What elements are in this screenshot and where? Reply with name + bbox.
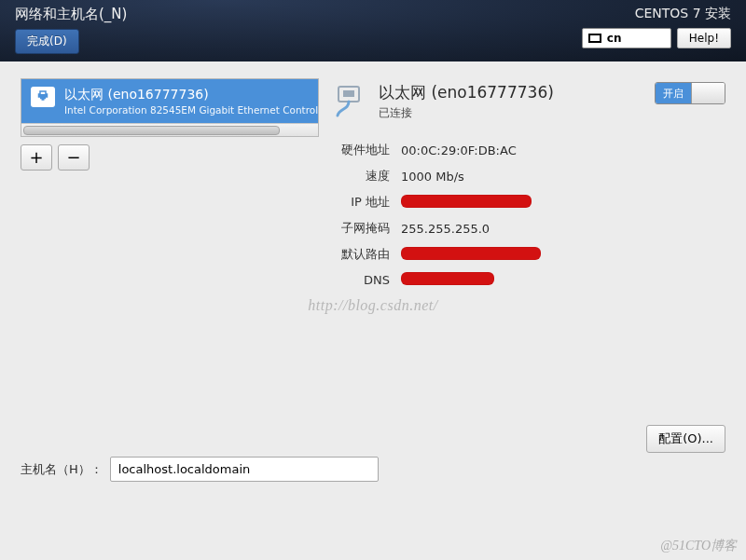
speed-label: 速度 — [330, 168, 390, 184]
gateway-value — [401, 247, 725, 263]
device-list-column: 以太网 (eno16777736) Intel Corporation 8254… — [21, 78, 319, 414]
device-list-scroll[interactable]: 以太网 (eno16777736) Intel Corporation 8254… — [21, 79, 318, 123]
toggle-on-label: 开启 — [656, 83, 691, 103]
remove-device-button[interactable]: − — [58, 144, 90, 171]
device-item-eno16777736[interactable]: 以太网 (eno16777736) Intel Corporation 8254… — [21, 79, 318, 123]
keyboard-layout-indicator[interactable]: cn — [582, 28, 671, 48]
detail-title: 以太网 (eno16777736) — [379, 82, 554, 103]
ip-label: IP 地址 — [330, 194, 390, 211]
device-detail: 以太网 (eno16777736) 已连接 开启 硬件地址 00:0C:29:0… — [330, 78, 725, 414]
help-button[interactable]: Help! — [677, 28, 731, 48]
device-name: 以太网 (eno16777736) — [64, 87, 318, 103]
device-description: Intel Corporation 82545EM Gigabit Ethern… — [64, 104, 318, 116]
connection-toggle[interactable]: 开启 — [655, 82, 725, 104]
netmask-value: 255.255.255.0 — [401, 222, 725, 236]
hw-addr-label: 硬件地址 — [330, 142, 390, 158]
installer-title: CENTOS 7 安装 — [635, 6, 731, 22]
hostname-row: 主机名（H）： — [21, 457, 379, 482]
hw-addr-value: 00:0C:29:0F:DB:AC — [401, 143, 725, 157]
watermark-bottom-right: @51CTO博客 — [660, 538, 737, 554]
device-list: 以太网 (eno16777736) Intel Corporation 8254… — [21, 78, 319, 137]
toggle-knob — [691, 83, 725, 103]
ethernet-icon — [31, 87, 55, 107]
horizontal-scrollbar[interactable] — [21, 123, 318, 136]
body: 以太网 (eno16777736) Intel Corporation 8254… — [0, 61, 746, 523]
keyboard-icon — [588, 34, 601, 43]
done-button[interactable]: 完成(D) — [15, 29, 79, 54]
dns-value — [401, 272, 725, 288]
dns-label: DNS — [330, 273, 390, 287]
ip-value — [401, 195, 725, 211]
header-bar: 网络和主机名(_N) 完成(D) CENTOS 7 安装 cn Help! — [0, 0, 746, 61]
scrollbar-thumb[interactable] — [23, 126, 280, 135]
svg-rect-1 — [343, 90, 354, 97]
speed-value: 1000 Mb/s — [401, 170, 725, 184]
hostname-input[interactable] — [110, 457, 379, 482]
hostname-label: 主机名（H）： — [21, 461, 103, 478]
keyboard-layout-label: cn — [607, 32, 622, 45]
netmask-label: 子网掩码 — [330, 220, 390, 237]
connection-info: 硬件地址 00:0C:29:0F:DB:AC 速度 1000 Mb/s IP 地… — [330, 142, 725, 288]
configure-button[interactable]: 配置(O)... — [646, 425, 725, 453]
ethernet-icon-large — [330, 82, 367, 119]
add-device-button[interactable]: + — [21, 144, 52, 171]
detail-status: 已连接 — [379, 105, 554, 121]
gateway-label: 默认路由 — [330, 246, 390, 263]
header-right: CENTOS 7 安装 cn Help! — [582, 6, 731, 48]
